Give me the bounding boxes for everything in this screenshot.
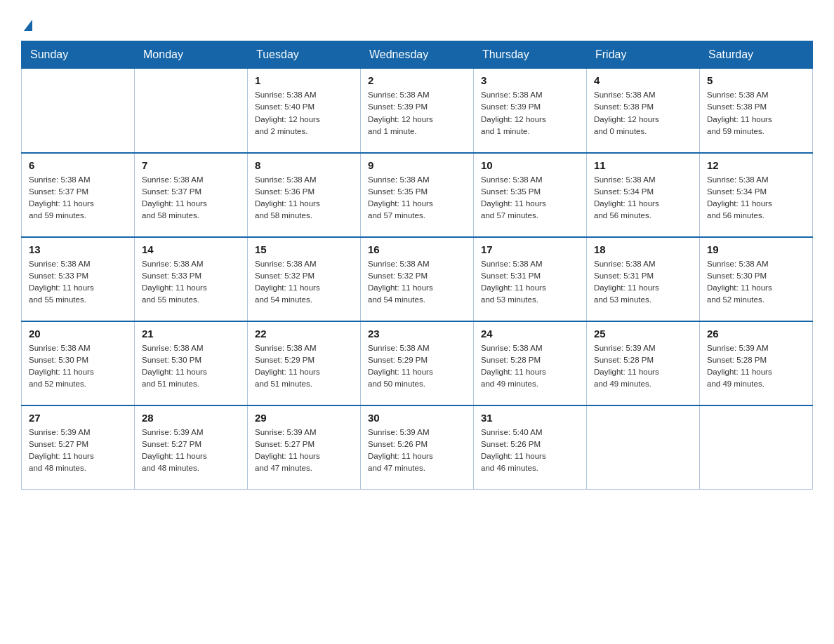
day-number: 18 [594, 243, 692, 255]
calendar-cell: 2Sunrise: 5:38 AMSunset: 5:39 PMDaylight… [361, 69, 474, 153]
day-info: Sunrise: 5:39 AMSunset: 5:27 PMDaylight:… [29, 427, 127, 475]
day-info: Sunrise: 5:38 AMSunset: 5:31 PMDaylight:… [481, 258, 579, 307]
calendar-week-3: 13Sunrise: 5:38 AMSunset: 5:33 PMDayligh… [22, 237, 813, 321]
calendar-header-sunday: Sunday [22, 41, 135, 69]
day-info: Sunrise: 5:38 AMSunset: 5:29 PMDaylight:… [255, 342, 353, 391]
calendar-cell: 28Sunrise: 5:39 AMSunset: 5:27 PMDayligh… [135, 405, 248, 490]
day-number: 7 [142, 159, 240, 171]
day-info: Sunrise: 5:38 AMSunset: 5:37 PMDaylight:… [29, 174, 127, 222]
day-number: 16 [368, 243, 466, 255]
day-number: 29 [255, 412, 353, 424]
logo-triangle-icon [24, 20, 32, 31]
calendar-cell: 19Sunrise: 5:38 AMSunset: 5:30 PMDayligh… [700, 237, 813, 321]
day-info: Sunrise: 5:38 AMSunset: 5:33 PMDaylight:… [142, 258, 240, 307]
calendar-cell: 24Sunrise: 5:38 AMSunset: 5:28 PMDayligh… [474, 321, 587, 405]
calendar-cell: 3Sunrise: 5:38 AMSunset: 5:39 PMDaylight… [474, 69, 587, 153]
calendar-header-tuesday: Tuesday [248, 41, 361, 69]
calendar-header-row: SundayMondayTuesdayWednesdayThursdayFrid… [22, 41, 813, 69]
day-number: 1 [255, 74, 353, 86]
day-number: 10 [481, 159, 579, 171]
calendar-cell: 6Sunrise: 5:38 AMSunset: 5:37 PMDaylight… [22, 153, 135, 237]
calendar-cell: 1Sunrise: 5:38 AMSunset: 5:40 PMDaylight… [248, 69, 361, 153]
day-info: Sunrise: 5:38 AMSunset: 5:35 PMDaylight:… [368, 174, 466, 222]
calendar-cell: 25Sunrise: 5:39 AMSunset: 5:28 PMDayligh… [587, 321, 700, 405]
day-number: 17 [481, 243, 579, 255]
calendar-table: SundayMondayTuesdayWednesdayThursdayFrid… [21, 41, 813, 490]
calendar-cell [22, 69, 135, 153]
calendar-cell: 8Sunrise: 5:38 AMSunset: 5:36 PMDaylight… [248, 153, 361, 237]
day-number: 15 [255, 243, 353, 255]
day-info: Sunrise: 5:38 AMSunset: 5:33 PMDaylight:… [29, 258, 127, 307]
day-number: 2 [368, 74, 466, 86]
day-info: Sunrise: 5:38 AMSunset: 5:30 PMDaylight:… [707, 258, 805, 307]
calendar-cell: 5Sunrise: 5:38 AMSunset: 5:38 PMDaylight… [700, 69, 813, 153]
day-info: Sunrise: 5:38 AMSunset: 5:36 PMDaylight:… [255, 174, 353, 222]
calendar-cell [135, 69, 248, 153]
day-info: Sunrise: 5:40 AMSunset: 5:26 PMDaylight:… [481, 427, 579, 475]
calendar-cell: 7Sunrise: 5:38 AMSunset: 5:37 PMDaylight… [135, 153, 248, 237]
calendar-cell: 22Sunrise: 5:38 AMSunset: 5:29 PMDayligh… [248, 321, 361, 405]
logo-general-text [21, 14, 32, 34]
day-number: 24 [481, 328, 579, 340]
calendar-cell: 15Sunrise: 5:38 AMSunset: 5:32 PMDayligh… [248, 237, 361, 321]
day-number: 3 [481, 74, 579, 86]
day-info: Sunrise: 5:39 AMSunset: 5:28 PMDaylight:… [707, 342, 805, 391]
calendar-week-4: 20Sunrise: 5:38 AMSunset: 5:30 PMDayligh… [22, 321, 813, 405]
calendar-cell: 17Sunrise: 5:38 AMSunset: 5:31 PMDayligh… [474, 237, 587, 321]
day-info: Sunrise: 5:38 AMSunset: 5:40 PMDaylight:… [255, 89, 353, 137]
calendar-cell: 27Sunrise: 5:39 AMSunset: 5:27 PMDayligh… [22, 405, 135, 490]
calendar-cell: 31Sunrise: 5:40 AMSunset: 5:26 PMDayligh… [474, 405, 587, 490]
day-info: Sunrise: 5:38 AMSunset: 5:30 PMDaylight:… [29, 342, 127, 391]
calendar-header-friday: Friday [587, 41, 700, 69]
day-info: Sunrise: 5:38 AMSunset: 5:38 PMDaylight:… [707, 89, 805, 137]
calendar-cell [700, 405, 813, 490]
calendar-header-saturday: Saturday [700, 41, 813, 69]
day-number: 9 [368, 159, 466, 171]
calendar-cell: 23Sunrise: 5:38 AMSunset: 5:29 PMDayligh… [361, 321, 474, 405]
day-number: 11 [594, 159, 692, 171]
day-info: Sunrise: 5:38 AMSunset: 5:28 PMDaylight:… [481, 342, 579, 391]
day-number: 21 [142, 328, 240, 340]
calendar-header-wednesday: Wednesday [361, 41, 474, 69]
calendar-cell: 26Sunrise: 5:39 AMSunset: 5:28 PMDayligh… [700, 321, 813, 405]
day-number: 22 [255, 328, 353, 340]
day-info: Sunrise: 5:38 AMSunset: 5:30 PMDaylight:… [142, 342, 240, 391]
calendar-week-5: 27Sunrise: 5:39 AMSunset: 5:27 PMDayligh… [22, 405, 813, 490]
day-number: 26 [707, 328, 805, 340]
page-header [21, 14, 813, 34]
day-info: Sunrise: 5:38 AMSunset: 5:38 PMDaylight:… [594, 89, 692, 137]
day-number: 20 [29, 328, 127, 340]
day-number: 27 [29, 412, 127, 424]
calendar-cell: 13Sunrise: 5:38 AMSunset: 5:33 PMDayligh… [22, 237, 135, 321]
day-info: Sunrise: 5:38 AMSunset: 5:39 PMDaylight:… [368, 89, 466, 137]
calendar-cell: 10Sunrise: 5:38 AMSunset: 5:35 PMDayligh… [474, 153, 587, 237]
day-number: 13 [29, 243, 127, 255]
logo [21, 14, 32, 34]
calendar-header-monday: Monday [135, 41, 248, 69]
day-info: Sunrise: 5:38 AMSunset: 5:34 PMDaylight:… [594, 174, 692, 222]
day-number: 25 [594, 328, 692, 340]
calendar-cell: 14Sunrise: 5:38 AMSunset: 5:33 PMDayligh… [135, 237, 248, 321]
day-number: 12 [707, 159, 805, 171]
day-info: Sunrise: 5:38 AMSunset: 5:35 PMDaylight:… [481, 174, 579, 222]
calendar-cell: 20Sunrise: 5:38 AMSunset: 5:30 PMDayligh… [22, 321, 135, 405]
day-number: 5 [707, 74, 805, 86]
day-number: 31 [481, 412, 579, 424]
calendar-cell [587, 405, 700, 490]
day-info: Sunrise: 5:38 AMSunset: 5:29 PMDaylight:… [368, 342, 466, 391]
day-number: 30 [368, 412, 466, 424]
day-info: Sunrise: 5:38 AMSunset: 5:39 PMDaylight:… [481, 89, 579, 137]
calendar-cell: 29Sunrise: 5:39 AMSunset: 5:27 PMDayligh… [248, 405, 361, 490]
day-info: Sunrise: 5:38 AMSunset: 5:32 PMDaylight:… [255, 258, 353, 307]
day-number: 23 [368, 328, 466, 340]
calendar-cell: 11Sunrise: 5:38 AMSunset: 5:34 PMDayligh… [587, 153, 700, 237]
calendar-cell: 21Sunrise: 5:38 AMSunset: 5:30 PMDayligh… [135, 321, 248, 405]
day-number: 19 [707, 243, 805, 255]
calendar-week-2: 6Sunrise: 5:38 AMSunset: 5:37 PMDaylight… [22, 153, 813, 237]
day-number: 4 [594, 74, 692, 86]
day-number: 28 [142, 412, 240, 424]
calendar-week-1: 1Sunrise: 5:38 AMSunset: 5:40 PMDaylight… [22, 69, 813, 153]
day-info: Sunrise: 5:39 AMSunset: 5:26 PMDaylight:… [368, 427, 466, 475]
day-number: 8 [255, 159, 353, 171]
day-number: 14 [142, 243, 240, 255]
